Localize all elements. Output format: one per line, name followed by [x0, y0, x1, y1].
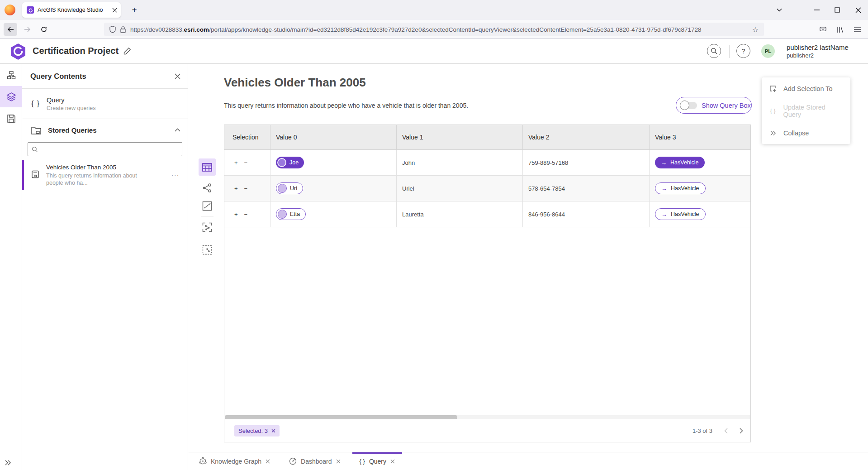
table-footer: Selected: 3 1-3 of 3 — [224, 419, 750, 442]
menu-hamburger-icon[interactable] — [850, 23, 864, 36]
tab-close-icon[interactable] — [390, 459, 395, 464]
sidebar-item-saved[interactable] — [0, 108, 22, 129]
avatar[interactable]: PL — [761, 44, 775, 58]
column-header[interactable]: Value 0 — [270, 125, 397, 149]
window-minimize-button[interactable] — [811, 5, 822, 15]
braces-icon: { } — [360, 458, 365, 465]
table-row[interactable]: + − Joe John 759-889-57168 →HasVehicle — [224, 150, 750, 176]
arrow-right-icon: → — [661, 159, 667, 166]
entity-pill[interactable]: Uri — [276, 182, 303, 194]
stored-queries-search[interactable] — [28, 142, 182, 156]
help-icon: ? — [741, 47, 745, 55]
panel-close-icon[interactable] — [175, 73, 180, 79]
selection-dashed-icon — [202, 245, 212, 255]
tab-knowledge-graph[interactable]: Knowledge Graph — [192, 452, 277, 470]
help-button[interactable]: ? — [736, 44, 750, 58]
forward-button[interactable] — [20, 23, 34, 36]
expand-rail-button[interactable] — [5, 460, 12, 465]
select-minus-button[interactable]: − — [244, 159, 248, 166]
list-tabs-chevron-icon[interactable] — [773, 5, 785, 15]
stored-query-item[interactable]: Vehicles Older Than 2005 This query retu… — [22, 160, 188, 190]
tab-close-icon[interactable] — [336, 459, 341, 464]
chevron-up-icon[interactable] — [175, 128, 180, 132]
cell-value1: John — [397, 150, 523, 175]
page-next-icon[interactable] — [740, 428, 743, 434]
toggle-track[interactable] — [681, 102, 697, 109]
user-name-block[interactable]: publisher2 lastName publisher2 — [787, 43, 849, 59]
window-maximize-button[interactable] — [831, 5, 843, 15]
tool-divider — [201, 216, 213, 216]
table-row[interactable]: + − Uri Uriel 578-654-7854 →HasVehicle — [224, 176, 750, 201]
menu-item-label: Update Stored Query — [783, 104, 843, 118]
column-header[interactable]: Value 3 — [650, 125, 751, 149]
select-plus-button[interactable]: + — [234, 159, 238, 166]
page-previous-icon[interactable] — [724, 428, 728, 434]
braces-icon: { } — [31, 99, 40, 108]
select-plus-button[interactable]: + — [234, 185, 238, 192]
item-options-ellipsis-icon[interactable]: ... — [171, 170, 180, 177]
selected-count-chip[interactable]: Selected: 3 — [234, 425, 280, 436]
tab-dashboard[interactable]: Dashboard — [282, 452, 348, 470]
pagination: 1-3 of 3 — [693, 427, 743, 434]
url-bar[interactable]: https://dev0028833.esri.com/portal/apps/… — [104, 23, 764, 36]
entity-pill[interactable]: Etta — [276, 208, 306, 220]
tab-query[interactable]: { } Query — [352, 452, 402, 470]
entity-pill[interactable]: Joe — [276, 157, 304, 168]
table-icon — [202, 163, 212, 172]
column-header[interactable]: Value 2 — [523, 125, 650, 149]
workspace: Query Contents { } Query Create new quer… — [0, 64, 868, 470]
chip-close-icon[interactable] — [271, 429, 275, 433]
query-item[interactable]: { } Query Create new queries — [22, 89, 188, 119]
link-chart-button[interactable] — [200, 181, 214, 195]
tab-close-icon[interactable] — [112, 8, 117, 13]
add-to-map-button[interactable] — [200, 243, 214, 257]
menu-item-label: Add Selection To — [783, 85, 833, 92]
pocket-icon[interactable] — [816, 23, 830, 36]
reload-button[interactable] — [37, 23, 51, 36]
query-item-sublabel: Create new queries — [47, 105, 95, 111]
url-text[interactable]: https://dev0028833.esri.com/portal/apps/… — [130, 26, 748, 33]
menu-item-collapse[interactable]: Collapse — [762, 122, 850, 144]
firefox-icon[interactable] — [5, 5, 15, 15]
table-row[interactable]: + − Etta Lauretta 846-956-8644 →HasVehic… — [224, 201, 750, 227]
stored-queries-header[interactable]: Stored Queries — [22, 119, 188, 141]
search-button[interactable] — [707, 44, 721, 58]
bookmark-star-icon[interactable]: ☆ — [752, 25, 759, 34]
select-minus-button[interactable]: − — [244, 185, 248, 192]
lock-icon[interactable] — [120, 26, 126, 33]
select-plus-button[interactable]: + — [234, 211, 238, 218]
arrow-right-icon: → — [661, 211, 667, 218]
edit-pencil-icon[interactable] — [123, 47, 131, 55]
stored-queries-search-input[interactable] — [41, 146, 178, 153]
toggle-knob[interactable] — [680, 101, 689, 110]
relationship-pill[interactable]: →HasVehicle — [655, 157, 705, 168]
cell-value2: 578-654-7854 — [523, 176, 650, 201]
layers-icon — [6, 92, 16, 102]
braces-icon: { } — [769, 107, 777, 114]
menu-item-update-stored-query[interactable]: { } Update Stored Query — [762, 100, 850, 122]
map-view-button[interactable] — [200, 199, 214, 213]
browser-tab[interactable]: ArcGIS Knowledge Studio — [22, 2, 121, 18]
select-minus-button[interactable]: − — [244, 211, 248, 218]
column-header[interactable]: Value 1 — [397, 125, 523, 149]
table-view-button[interactable] — [199, 158, 216, 176]
relationship-pill[interactable]: →HasVehicle — [655, 208, 706, 220]
knowledge-graph-icon — [199, 457, 207, 465]
relationship-pill[interactable]: →HasVehicle — [655, 182, 706, 194]
tab-close-icon[interactable] — [266, 459, 270, 464]
scrollbar-thumb[interactable] — [225, 415, 457, 419]
library-icon[interactable] — [833, 23, 847, 36]
horizontal-scrollbar[interactable] — [225, 415, 750, 419]
sidebar-item-data-model[interactable] — [0, 64, 22, 86]
knowledge-studio-logo-icon — [10, 43, 26, 60]
show-query-box-toggle[interactable]: Show Query Box — [676, 97, 752, 114]
add-to-link-chart-button[interactable] — [200, 220, 214, 235]
window-close-button[interactable] — [852, 5, 864, 15]
new-tab-button[interactable]: + — [128, 4, 141, 16]
tracking-shield-icon[interactable] — [109, 26, 116, 33]
back-button[interactable] — [4, 23, 17, 36]
entity-avatar — [277, 158, 286, 167]
column-header[interactable]: Selection — [224, 125, 270, 149]
menu-item-add-selection-to[interactable]: Add Selection To — [762, 77, 850, 100]
sidebar-item-contents[interactable] — [0, 86, 22, 107]
